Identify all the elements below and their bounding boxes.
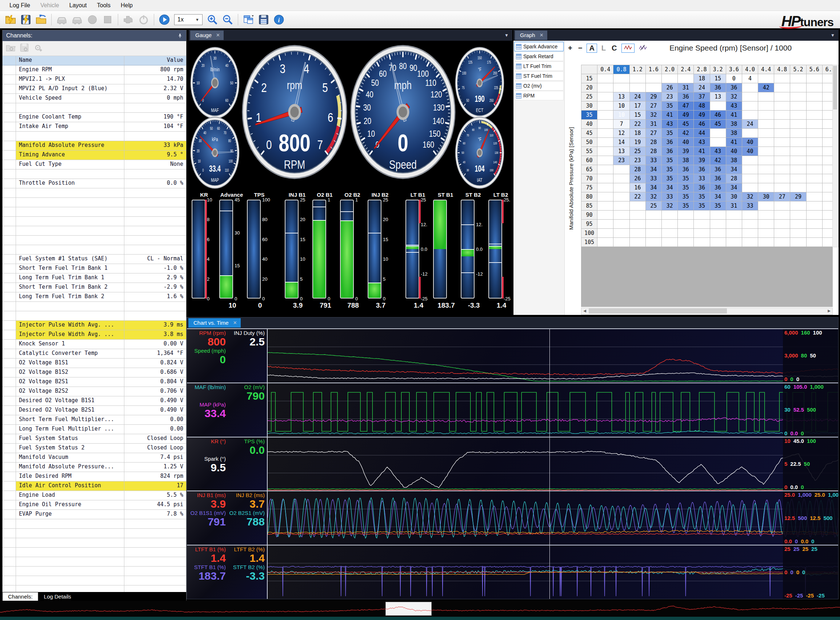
- cell-30-2.4[interactable]: 47: [678, 101, 694, 111]
- cell-100-5.2[interactable]: [790, 229, 806, 238]
- table-row[interactable]: Vehicle Speed0 mph: [3, 94, 186, 103]
- table-row[interactable]: MPVI2 PL A/D Input 2 (Blue)2.32 V: [3, 84, 186, 94]
- save-config-icon[interactable]: [19, 42, 29, 54]
- graph-vertical-scrollbar[interactable]: [832, 65, 838, 247]
- cell-80-0.4[interactable]: [598, 193, 613, 202]
- cell-90-2.8[interactable]: [694, 211, 710, 220]
- row-header-70[interactable]: 70: [581, 174, 598, 183]
- cell-60-0.8[interactable]: 23: [613, 156, 629, 165]
- cell-80-4.0[interactable]: 32: [742, 193, 758, 202]
- cell-80-2.4[interactable]: 35: [678, 193, 694, 202]
- cell-70-3.2[interactable]: 36: [710, 174, 726, 183]
- cell-40-2.0[interactable]: 43: [661, 120, 677, 129]
- cell-25-4.8[interactable]: [774, 92, 790, 101]
- row-header-65[interactable]: 65: [581, 165, 598, 174]
- cell-30-0.8[interactable]: 10: [613, 101, 629, 111]
- cell-100-0.8[interactable]: [613, 229, 629, 238]
- zoom-out-icon[interactable]: [221, 13, 235, 27]
- cell-20-2.0[interactable]: 26: [661, 83, 677, 92]
- table-row[interactable]: [3, 188, 186, 198]
- cell-55-3.6[interactable]: 40: [726, 147, 742, 156]
- cell-85-2.0[interactable]: 32: [661, 202, 677, 211]
- cell-25-1.2[interactable]: 24: [629, 92, 646, 101]
- cell-25-5.2[interactable]: [790, 92, 806, 101]
- cell-85-5.6[interactable]: [806, 202, 822, 211]
- cell-100-2.8[interactable]: [694, 229, 710, 238]
- cell-85-5.2[interactable]: [790, 202, 806, 211]
- cell-55-2.4[interactable]: 39: [678, 147, 694, 156]
- cell-50-4.4[interactable]: [758, 138, 774, 147]
- playback-speed-select[interactable]: 1x▼: [174, 14, 203, 25]
- cell-80-5.6[interactable]: [806, 193, 822, 202]
- table-row[interactable]: Idle Air Control Position17: [3, 482, 186, 491]
- cell-15-4.0[interactable]: 4: [742, 74, 758, 83]
- cell-60-4.8[interactable]: [774, 156, 790, 165]
- cell-55-0.8[interactable]: 13: [613, 147, 629, 156]
- table-row[interactable]: O2 Voltage B1S20.686 V: [3, 368, 186, 378]
- col-header-0.4[interactable]: 0.4: [598, 65, 613, 74]
- cell-60-3.6[interactable]: 38: [726, 156, 742, 165]
- col-header-1.6[interactable]: 1.6: [646, 65, 661, 74]
- cell-65-4.0[interactable]: [742, 165, 758, 174]
- strip-plot[interactable]: 60105.01,0003052.550000.00: [268, 383, 838, 437]
- col-header-3.2[interactable]: 3.2: [710, 65, 726, 74]
- table-row[interactable]: Short Term Fuel Trim Bank 2-2.9 %: [3, 283, 186, 292]
- cell-65-3.6[interactable]: 34: [726, 165, 742, 174]
- cell-60-5.6[interactable]: [806, 156, 822, 165]
- cell-105-3.6[interactable]: [726, 238, 742, 247]
- table-row[interactable]: O2 Voltage B2S10.804 V: [3, 378, 186, 387]
- cell-70-2.0[interactable]: 35: [661, 174, 677, 183]
- cell-50-4.8[interactable]: [774, 138, 790, 147]
- cell-105-2.8[interactable]: [694, 238, 710, 247]
- cell-25-2.8[interactable]: 37: [694, 92, 710, 101]
- c-button[interactable]: C: [610, 44, 618, 53]
- cell-95-4.0[interactable]: [742, 220, 758, 229]
- cell-85-4.8[interactable]: [774, 202, 790, 211]
- cell-85-2.4[interactable]: 35: [678, 202, 694, 211]
- cell-30-3.2[interactable]: [710, 101, 726, 111]
- cell-85-1.2[interactable]: [629, 202, 646, 211]
- row-header-105[interactable]: 105: [581, 238, 598, 247]
- cell-30-1.2[interactable]: 17: [629, 101, 646, 111]
- cell-65-3.2[interactable]: 36: [710, 165, 726, 174]
- l-button[interactable]: L: [600, 44, 607, 53]
- cell-25-0.4[interactable]: [598, 92, 613, 101]
- cell-55-4.4[interactable]: [758, 147, 774, 156]
- cell-90-1.6[interactable]: [646, 211, 661, 220]
- cell-65-4.8[interactable]: [774, 165, 790, 174]
- cell-15-4.8[interactable]: [774, 74, 790, 83]
- cell-50-5.2[interactable]: [790, 138, 806, 147]
- col-header-5.6[interactable]: 5.6: [806, 65, 822, 74]
- cell-15-0.4[interactable]: [598, 74, 613, 83]
- cell-75-4.0[interactable]: [742, 183, 758, 193]
- cell-105-0.4[interactable]: [598, 238, 613, 247]
- cell-60-2.4[interactable]: 38: [678, 156, 694, 165]
- table-row[interactable]: Engine Load5.5 %: [3, 491, 186, 500]
- cell-20-4.4[interactable]: 42: [758, 83, 774, 92]
- cell-50-5.6[interactable]: [806, 138, 822, 147]
- cell-70-4.0[interactable]: [742, 174, 758, 183]
- col-header-5.2[interactable]: 5.2: [790, 65, 806, 74]
- cell-100-5.6[interactable]: [806, 229, 822, 238]
- cell-15-1.2[interactable]: [629, 74, 646, 83]
- col-header-4.0[interactable]: 4.0: [742, 65, 758, 74]
- cell-95-4.4[interactable]: [758, 220, 774, 229]
- cell-105-3.2[interactable]: [710, 238, 726, 247]
- cell-30-5.2[interactable]: [790, 101, 806, 111]
- cell-40-0.4[interactable]: [598, 120, 613, 129]
- cell-85-0.4[interactable]: [598, 202, 613, 211]
- cell-70-4.8[interactable]: [774, 174, 790, 183]
- graph-horizontal-scrollbar[interactable]: ◀▶: [581, 308, 833, 315]
- cell-35-0.4[interactable]: [598, 111, 613, 120]
- cell-45-4.8[interactable]: [774, 129, 790, 138]
- tab-log-details[interactable]: Log Details: [39, 592, 76, 601]
- cell-40-4.8[interactable]: [774, 120, 790, 129]
- cell-35-4.8[interactable]: [774, 111, 790, 120]
- cell-25-4.4[interactable]: [758, 92, 774, 101]
- cell-75-3.6[interactable]: 34: [726, 183, 742, 193]
- cell-65-5.6[interactable]: [806, 165, 822, 174]
- cell-70-1.2[interactable]: 26: [629, 174, 646, 183]
- cell-90-5.6[interactable]: [806, 211, 822, 220]
- cell-55-4.8[interactable]: [774, 147, 790, 156]
- tab-chart-vs-time[interactable]: Chart vs. Time✕: [188, 318, 241, 328]
